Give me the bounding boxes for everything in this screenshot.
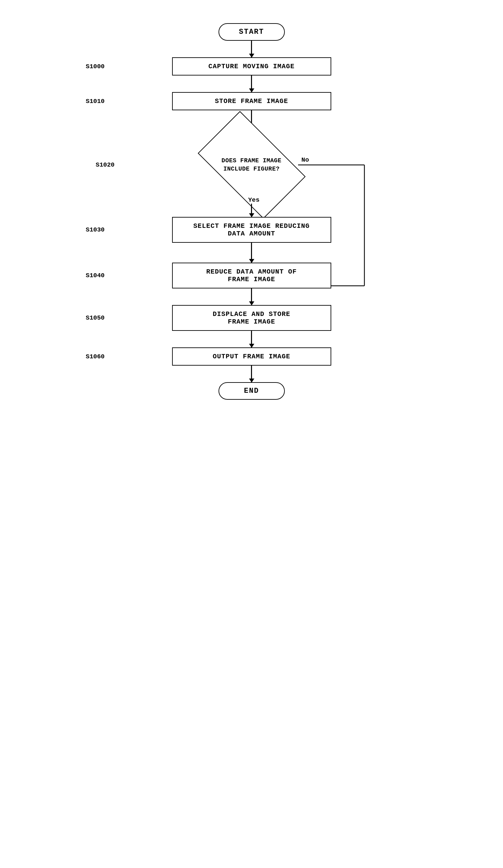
s1030-line2: DATA AMOUNT	[183, 230, 321, 237]
flowchart: START S1000 CAPTURE MOVING IMAGE S1010 S…	[126, 13, 378, 413]
s1000-row: S1000 CAPTURE MOVING IMAGE	[126, 57, 378, 75]
arrow-6	[251, 331, 252, 348]
s1010-row: S1010 STORE FRAME IMAGE	[126, 92, 378, 110]
s1000-label: S1000	[86, 63, 105, 70]
arrow-2	[251, 75, 252, 92]
yes-arrow-group: Yes	[243, 196, 259, 217]
s1000-process: CAPTURE MOVING IMAGE	[172, 57, 331, 75]
s1050-label: S1050	[86, 314, 105, 322]
arrow-1	[251, 41, 252, 57]
s1040-row: S1040 REDUCE DATA AMOUNT OF FRAME IMAGE	[126, 262, 378, 288]
s1020-row: S1020 DOES FRAME IMAGE INCLUDE FIGURE? N…	[126, 133, 378, 196]
s1020-line2: INCLUDE FIGURE?	[221, 165, 282, 173]
arrow-4	[251, 243, 252, 262]
s1030-process: SELECT FRAME IMAGE REDUCING DATA AMOUNT	[172, 217, 331, 243]
start-row: START	[126, 23, 378, 41]
s1030-label: S1030	[86, 226, 105, 234]
svg-text:No: No	[301, 156, 309, 164]
s1030-row: S1030 SELECT FRAME IMAGE REDUCING DATA A…	[126, 217, 378, 243]
arrow-7	[251, 365, 252, 382]
s1040-line1: REDUCE DATA AMOUNT OF	[183, 268, 321, 276]
s1050-line1: DISPLACE AND STORE	[183, 310, 321, 318]
s1020-diamond-wrapper: DOES FRAME IMAGE INCLUDE FIGURE?	[195, 133, 308, 196]
s1050-process: DISPLACE AND STORE FRAME IMAGE	[172, 305, 331, 331]
s1050-row: S1050 DISPLACE AND STORE FRAME IMAGE	[126, 305, 378, 331]
s1010-process: STORE FRAME IMAGE	[172, 92, 331, 110]
s1060-label: S1060	[86, 353, 105, 360]
arrow-5	[251, 288, 252, 305]
s1020-line1: DOES FRAME IMAGE	[221, 157, 282, 165]
s1040-line2: FRAME IMAGE	[183, 276, 321, 283]
yes-label: Yes	[248, 196, 259, 204]
s1010-label: S1010	[86, 98, 105, 105]
s1020-diamond-text: DOES FRAME IMAGE INCLUDE FIGURE?	[221, 157, 282, 173]
s1060-row: S1060 OUTPUT FRAME IMAGE	[126, 348, 378, 365]
s1040-label: S1040	[86, 272, 105, 279]
end-row: END	[126, 382, 378, 400]
end-terminal: END	[219, 382, 285, 400]
s1030-line1: SELECT FRAME IMAGE REDUCING	[183, 222, 321, 230]
start-terminal: START	[219, 23, 285, 41]
arrow-yes	[251, 204, 252, 217]
s1040-process: REDUCE DATA AMOUNT OF FRAME IMAGE	[172, 262, 331, 288]
s1060-process: OUTPUT FRAME IMAGE	[172, 348, 331, 365]
s1020-label: S1020	[96, 161, 115, 168]
s1050-line2: FRAME IMAGE	[183, 318, 321, 326]
